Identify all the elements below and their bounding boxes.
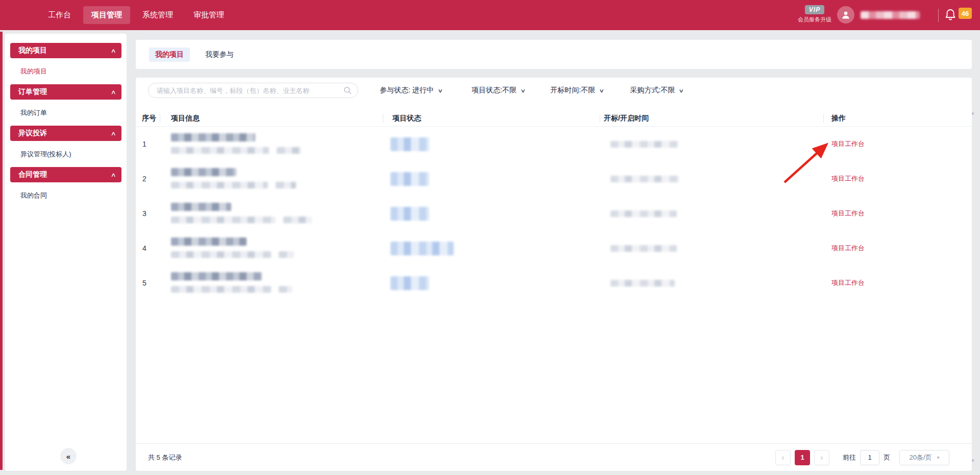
filter-participation-status[interactable]: 参与状态: 进行中 ∨ — [380, 86, 442, 95]
page-size-select[interactable]: 20条/页 ▾ — [899, 450, 949, 465]
prev-page-button[interactable]: ‹ — [775, 450, 791, 465]
chevron-up-icon: ∧ — [110, 172, 116, 178]
redacted-text — [171, 182, 268, 188]
table-row: 1 项目工作台 — [136, 127, 972, 161]
status-badge-redacted — [390, 137, 429, 151]
table-row: 3 项目工作台 — [136, 196, 972, 231]
redacted-text — [171, 251, 271, 258]
chevron-up-icon: ∧ — [110, 130, 116, 137]
row-index: 2 — [142, 161, 146, 196]
redacted-text — [171, 272, 262, 280]
redacted-text — [171, 203, 231, 211]
chevron-left-icon: ‹ — [781, 453, 784, 462]
redacted-text — [279, 286, 292, 293]
notification-bell-icon[interactable] — [944, 8, 957, 21]
tab-my-projects[interactable]: 我的项目 — [149, 48, 190, 62]
notification-count-badge[interactable]: 46 — [959, 8, 972, 19]
sidebar-item-my-contracts[interactable]: 我的合同 — [10, 182, 121, 208]
nav-item-approval-management[interactable]: 审批管理 — [185, 6, 232, 24]
person-icon — [841, 10, 851, 20]
filter-procurement-method[interactable]: 采购方式:不限 ∨ — [630, 86, 683, 95]
section-title: 我的项目 — [18, 46, 47, 55]
redacted-text — [171, 168, 236, 176]
project-info-redacted — [171, 203, 312, 223]
filter-label: 参与状态: 进行中 — [380, 86, 434, 95]
column-divider — [160, 114, 160, 123]
page-size-value: 20条/页 — [909, 453, 932, 462]
section-title: 订单管理 — [18, 87, 47, 97]
tabs-bar: 我的项目 我要参与 — [136, 40, 972, 69]
chevron-down-icon: ∨ — [599, 88, 604, 93]
nav-item-project-management[interactable]: 项目管理 — [83, 6, 130, 24]
redacted-text — [171, 147, 269, 154]
open-time-redacted — [610, 176, 679, 182]
redacted-text — [276, 182, 296, 188]
project-info-redacted — [171, 272, 292, 293]
row-index: 3 — [142, 196, 146, 231]
status-badge-redacted — [390, 207, 429, 221]
section-title: 异议投诉 — [18, 129, 47, 138]
table-row: 2 项目工作台 — [136, 161, 972, 196]
filter-bid-opening-time[interactable]: 开标时间:不限 ∨ — [550, 86, 603, 95]
chevron-up-icon: ∧ — [110, 48, 116, 54]
filter-project-status[interactable]: 项目状态:不限 ∨ — [472, 86, 525, 95]
project-workbench-link[interactable]: 项目工作台 — [831, 161, 865, 196]
scrollbar-up-arrow[interactable]: ▲ — [969, 110, 977, 115]
vip-upgrade[interactable]: VIP 会员服务升级 — [795, 5, 834, 23]
column-divider — [600, 114, 600, 123]
redacted-text — [171, 286, 271, 293]
project-workbench-link[interactable]: 项目工作台 — [831, 196, 865, 231]
topbar-divider — [938, 9, 939, 22]
row-index: 1 — [142, 127, 146, 161]
table-footer: 共 5 条记录 ‹ 1 › 前往 页 20条/页 ▾ — [136, 443, 972, 471]
next-page-button[interactable]: › — [814, 450, 829, 465]
status-badge-redacted — [390, 242, 454, 255]
search-icon[interactable] — [343, 86, 352, 95]
nav-item-workbench[interactable]: 工作台 — [40, 6, 79, 24]
project-workbench-link[interactable]: 项目工作台 — [831, 127, 865, 161]
table-header: 序号 项目信息 项目状态 开标/开启时间 操作 — [136, 110, 972, 127]
filter-label: 项目状态:不限 — [472, 86, 517, 95]
project-workbench-link[interactable]: 项目工作台 — [831, 231, 865, 266]
vip-caption: 会员服务升级 — [795, 16, 834, 23]
user-avatar[interactable] — [837, 6, 854, 23]
filter-label: 采购方式:不限 — [630, 86, 675, 95]
caret-down-icon: ▾ — [937, 455, 940, 460]
nav-item-system-management[interactable]: 系统管理 — [134, 6, 181, 24]
column-header-open-time: 开标/开启时间 — [604, 110, 649, 127]
sidebar-item-my-orders[interactable]: 我的订单 — [10, 100, 121, 126]
column-header-project-status: 项目状态 — [393, 110, 421, 127]
sidebar-section-my-projects[interactable]: 我的项目 ∧ — [10, 43, 121, 58]
section-title: 合同管理 — [18, 170, 47, 179]
redacted-text — [171, 217, 276, 223]
redacted-text — [171, 238, 247, 246]
column-divider — [383, 114, 383, 123]
goto-unit-label: 页 — [884, 453, 890, 462]
chevron-right-icon: › — [820, 453, 823, 462]
redacted-text — [171, 133, 255, 141]
chevron-down-icon: ∨ — [679, 88, 684, 93]
project-workbench-link[interactable]: 项目工作台 — [831, 266, 865, 300]
main-panel: 参与状态: 进行中 ∨ 项目状态:不限 ∨ 开标时间:不限 ∨ 采购方式:不限 … — [136, 78, 972, 471]
sidebar-section-objection-complaint[interactable]: 异议投诉 ∧ — [10, 126, 121, 141]
chevron-down-icon: ∨ — [437, 88, 443, 93]
chevron-up-icon: ∧ — [110, 89, 116, 96]
redacted-text — [277, 147, 301, 154]
project-info-redacted — [171, 168, 296, 188]
sidebar-collapse-button[interactable]: « — [60, 448, 77, 464]
sidebar-section-order-management[interactable]: 订单管理 ∧ — [10, 84, 121, 100]
search-input[interactable] — [148, 83, 358, 98]
sidebar-item-my-projects[interactable]: 我的项目 — [10, 58, 121, 84]
pagination: ‹ 1 › 前往 页 20条/页 ▾ — [775, 450, 949, 465]
project-info-redacted — [171, 133, 301, 154]
search-box — [148, 83, 358, 98]
sidebar-item-objection-management[interactable]: 异议管理(投标人) — [10, 141, 121, 167]
sidebar-section-contract-management[interactable]: 合同管理 ∧ — [10, 167, 121, 182]
scrollbar-down-arrow[interactable]: ▼ — [969, 458, 977, 463]
tab-want-to-participate[interactable]: 我要参与 — [199, 48, 240, 62]
page-number-button[interactable]: 1 — [795, 450, 810, 465]
column-header-actions: 操作 — [831, 110, 846, 127]
sidebar: 我的项目 ∧ 我的项目 订单管理 ∧ 我的订单 异议投诉 ∧ 异议管理(投标人)… — [5, 34, 127, 471]
goto-page-input[interactable] — [860, 450, 879, 465]
collapse-icon: « — [66, 452, 70, 461]
